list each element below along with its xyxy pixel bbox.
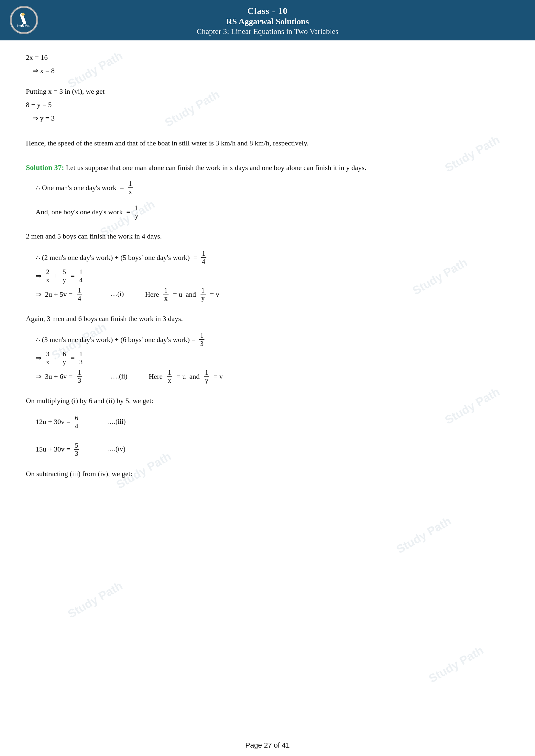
and-text: And, one boy's one day's work = xyxy=(36,206,132,218)
fraction-1-3c: 1 3 xyxy=(77,368,82,384)
fraction-1-4b: 1 4 xyxy=(78,268,83,284)
eq-12u30v: 12u + 30v = 6 4 ….(iii) xyxy=(36,414,509,430)
page-header: Study Path Class - 10 RS Aggarwal Soluti… xyxy=(0,0,535,40)
logo-svg: Study Path xyxy=(11,7,37,34)
watermark11: Study Path xyxy=(425,641,487,688)
fraction-5y: 5 y xyxy=(62,268,67,284)
eq-2x-5y: ⇒ 2 x + 5 y = 1 4 xyxy=(36,268,509,284)
fraction-2x: 2 x xyxy=(45,268,50,284)
eq-2u5v: ⇒ 2u + 5v = 1 4 …(i) Here 1 x = u and 1 … xyxy=(36,286,509,302)
fraction-3x: 3 x xyxy=(45,350,50,366)
solution37-text: Let us suppose that one man alone can fi… xyxy=(66,164,366,172)
therefore-symbol: ∴ One man's one day's work = xyxy=(36,182,126,194)
fraction-5-3: 5 3 xyxy=(74,442,79,457)
implies-sym3: ⇒ xyxy=(36,352,43,364)
putting-x3: Putting x = 3 in (vi), we get xyxy=(26,85,509,97)
page-number: Page 27 of 41 xyxy=(245,741,290,749)
fraction-6-4: 6 4 xyxy=(74,414,79,430)
para2: 2 men and 5 boys can finish the work in … xyxy=(26,230,509,242)
logo-circle: Study Path xyxy=(10,6,38,34)
equation-8y5: 8 − y = 5 xyxy=(26,98,509,111)
para4: On multiplying (i) by 6 and (ii) by 5, w… xyxy=(26,395,509,407)
eq-3x-6y: ⇒ 3 x + 6 y = 1 3 xyxy=(36,350,509,366)
equation-x8: ⇒ x = 8 xyxy=(32,65,509,77)
therefore2-text: ∴ (2 men's one day's work) + (5 boys' on… xyxy=(36,252,199,263)
main-content: Study Path Study Path Study Path Study P… xyxy=(0,40,535,500)
fraction-here-1x: 1 x xyxy=(163,286,169,302)
header-title-line1: Class - 10 xyxy=(7,6,528,16)
fraction-1-3b: 1 3 xyxy=(78,350,83,366)
eq-15u30v: 15u + 30v = 5 3 ….(iv) xyxy=(36,442,509,457)
implies-sym1: ⇒ xyxy=(36,270,43,282)
fraction-1-3: 1 3 xyxy=(199,332,205,347)
equation-y3: ⇒ y = 3 xyxy=(32,112,509,124)
fraction-here2-1x: 1 x xyxy=(167,368,172,384)
para5: On subtracting (iii) from (iv), we get: xyxy=(26,468,509,480)
fraction-here2-1y: 1 y xyxy=(204,368,209,384)
solution37-block: Solution 37: Let us suppose that one man… xyxy=(26,161,509,174)
label-i: …(i) xyxy=(111,288,124,300)
svg-text:Study Path: Study Path xyxy=(16,24,31,27)
3men6boys-row: ∴ (3 men's one day's work) + (6 boys' on… xyxy=(36,332,509,347)
para3: Again, 3 men and 6 boys can finish the w… xyxy=(26,312,509,325)
label-ii: ….(ii) xyxy=(111,371,127,382)
fraction-1y: 1 y xyxy=(134,204,139,220)
fraction-1-4: 1 4 xyxy=(201,250,206,265)
man-work-row: ∴ One man's one day's work = 1 x xyxy=(36,180,509,196)
here-ii-text: Here xyxy=(149,370,164,382)
watermark10: Study Path xyxy=(64,576,126,624)
fraction-1-4c: 1 4 xyxy=(77,286,82,302)
header-title-line3: Chapter 3: Linear Equations in Two Varia… xyxy=(7,27,528,36)
fraction-here-1y: 1 y xyxy=(201,286,206,302)
therefore3-text: ∴ (3 men's one day's work) + (6 boys' on… xyxy=(36,334,197,345)
eq-3u6v: ⇒ 3u + 6v = 1 3 ….(ii) Here 1 x = u and … xyxy=(36,368,509,384)
header-title-line2: RS Aggarwal Solutions xyxy=(7,17,528,26)
equation-2x16: 2x = 16 xyxy=(26,51,509,63)
watermark9: Study Path xyxy=(392,511,455,559)
here-i-text: Here xyxy=(145,288,161,300)
2men5boys-row: ∴ (2 men's one day's work) + (5 boys' on… xyxy=(36,250,509,265)
hence-paragraph: Hence, the speed of the stream and that … xyxy=(26,137,509,149)
fraction-1x: 1 x xyxy=(128,180,133,196)
label-iv: ….(iv) xyxy=(107,444,126,455)
page-footer: Page 27 of 41 xyxy=(0,741,535,749)
label-iii: ….(iii) xyxy=(107,416,126,428)
boy-work-row: And, one boy's one day's work = 1 y xyxy=(36,204,509,220)
fraction-6y: 6 y xyxy=(62,350,67,366)
solution37-header: Solution 37: xyxy=(26,164,64,172)
logo-container: Study Path xyxy=(10,6,39,35)
